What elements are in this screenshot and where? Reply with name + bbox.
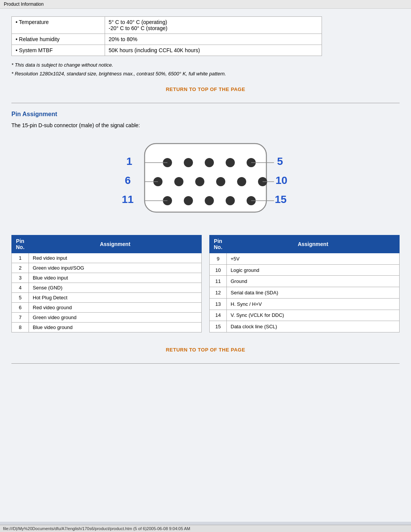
specs-label: • Relative humidity xyxy=(12,34,105,45)
page-header-title: Product Information xyxy=(4,2,44,7)
connector-svg: 1 5 6 10 11 15 xyxy=(114,136,297,224)
pin-table-right-header-assignment: Assignment xyxy=(227,235,400,253)
specs-row: • Relative humidity20% to 80% xyxy=(12,34,322,45)
pin-number: 4 xyxy=(12,283,29,293)
pin-assignment: Blue video input xyxy=(29,273,202,283)
page-header: Product Information xyxy=(0,0,411,9)
pin-row-right: 9+5V xyxy=(210,253,400,265)
svg-point-14 xyxy=(205,196,214,205)
pin-row-left: 7Green video ground xyxy=(12,313,202,323)
note-1: * This data is subject to change without… xyxy=(11,62,400,68)
pin-row-left: 1Red video input xyxy=(12,253,202,263)
pin-table-right-header-no: PinNo. xyxy=(210,235,227,253)
svg-text:1: 1 xyxy=(126,155,132,167)
specs-row: • Temperature5° C to 40° C (operating)-2… xyxy=(12,17,322,34)
pin-number: 5 xyxy=(12,293,29,303)
pin-assignment: Hot Plug Detect xyxy=(29,293,202,303)
pin-assignment: Red video ground xyxy=(29,303,202,313)
return-to-top-1[interactable]: RETURN TO TOP OF THE PAGE xyxy=(11,80,400,99)
pin-row-right: 13H. Sync / H+V xyxy=(210,298,400,310)
pin-assignment: Sense (GND) xyxy=(29,283,202,293)
pin-assignment: Ground xyxy=(227,276,400,287)
svg-point-3 xyxy=(205,158,214,167)
pin-assignment-title: Pin Assignment xyxy=(11,111,400,118)
pin-section-description: The 15-pin D-sub connector (male) of the… xyxy=(11,122,400,128)
specs-row: • System MTBF50K hours (including CCFL 4… xyxy=(12,45,322,56)
pin-row-left: 4Sense (GND) xyxy=(12,283,202,293)
pin-table-right: PinNo. Assignment 9+5V10Logic ground11Gr… xyxy=(209,235,400,332)
pin-number: 6 xyxy=(12,303,29,313)
specs-value: 50K hours (including CCFL 40K hours) xyxy=(105,45,322,56)
pin-table-left-header-no: PinNo. xyxy=(12,235,29,253)
pin-row-right: 11Ground xyxy=(210,276,400,287)
divider-2 xyxy=(11,363,400,364)
pin-row-left: 5Hot Plug Detect xyxy=(12,293,202,303)
content-area: • Temperature5° C to 40° C (operating)-2… xyxy=(0,9,411,522)
pin-row-left: 8Blue video ground xyxy=(12,323,202,332)
pin-row-right: 10Logic ground xyxy=(210,264,400,276)
specs-label: • Temperature xyxy=(12,17,105,34)
specs-value: 20% to 80% xyxy=(105,34,322,45)
specs-table: • Temperature5° C to 40° C (operating)-2… xyxy=(11,16,322,56)
pin-assignment: +5V xyxy=(227,253,400,265)
pin-number: 12 xyxy=(210,287,227,299)
svg-point-10 xyxy=(237,177,246,186)
pin-assignment-section: Pin Assignment The 15-pin D-sub connecto… xyxy=(11,111,400,332)
pin-number: 14 xyxy=(210,310,227,321)
svg-point-15 xyxy=(226,196,235,205)
return-link-2[interactable]: RETURN TO TOP OF THE PAGE xyxy=(166,347,245,353)
pin-assignment: Green video ground xyxy=(29,313,202,323)
svg-text:15: 15 xyxy=(275,193,287,205)
svg-point-9 xyxy=(216,177,225,186)
pin-table-left-header-assignment: Assignment xyxy=(29,235,202,253)
pin-assignment: Red video input xyxy=(29,253,202,263)
svg-point-8 xyxy=(195,177,204,186)
pin-assignment: H. Sync / H+V xyxy=(227,298,400,310)
specs-label: • System MTBF xyxy=(12,45,105,56)
pin-assignment: Blue video ground xyxy=(29,323,202,332)
pin-assignment: Serial data line (SDA) xyxy=(227,287,400,299)
return-to-top-2[interactable]: RETURN TO TOP OF THE PAGE xyxy=(11,340,400,359)
connector-diagram: 1 5 6 10 11 15 xyxy=(11,136,400,224)
svg-text:6: 6 xyxy=(125,174,131,186)
return-link-1[interactable]: RETURN TO TOP OF THE PAGE xyxy=(166,86,245,92)
pin-row-right: 15Data clock line (SCL) xyxy=(210,321,400,332)
specs-value: 5° C to 40° C (operating)-20° C to 60° C… xyxy=(105,17,322,34)
svg-point-2 xyxy=(184,158,193,167)
svg-point-7 xyxy=(174,177,183,186)
pin-assignment: Data clock line (SCL) xyxy=(227,321,400,332)
pin-number: 2 xyxy=(12,263,29,273)
pin-assignment: Logic ground xyxy=(227,264,400,276)
svg-text:11: 11 xyxy=(122,193,134,205)
pin-row-right: 14V. Sync (VCLK for DDC) xyxy=(210,310,400,321)
pin-number: 7 xyxy=(12,313,29,323)
notes-section: * This data is subject to change without… xyxy=(11,62,400,77)
svg-text:5: 5 xyxy=(277,155,283,167)
pin-row-right: 12Serial data line (SDA) xyxy=(210,287,400,299)
pin-row-left: 6Red video ground xyxy=(12,303,202,313)
pin-number: 9 xyxy=(210,253,227,265)
divider-1 xyxy=(11,103,400,103)
pin-number: 13 xyxy=(210,298,227,310)
pin-number: 11 xyxy=(210,276,227,287)
pin-table-left: PinNo. Assignment 1Red video input2Green… xyxy=(11,235,202,332)
pin-tables-container: PinNo. Assignment 1Red video input2Green… xyxy=(11,235,400,332)
pin-row-left: 3Blue video input xyxy=(12,273,202,283)
svg-point-13 xyxy=(184,196,193,205)
pin-number: 1 xyxy=(12,253,29,263)
pin-number: 3 xyxy=(12,273,29,283)
pin-assignment: V. Sync (VCLK for DDC) xyxy=(227,310,400,321)
svg-point-4 xyxy=(226,158,235,167)
svg-text:10: 10 xyxy=(276,174,287,186)
pin-row-left: 2Green video input/SOG xyxy=(12,263,202,273)
note-2: * Resolution 1280x1024, standard size, b… xyxy=(11,71,400,77)
pin-number: 15 xyxy=(210,321,227,332)
pin-number: 10 xyxy=(210,264,227,276)
pin-number: 8 xyxy=(12,323,29,332)
pin-assignment: Green video input/SOG xyxy=(29,263,202,273)
